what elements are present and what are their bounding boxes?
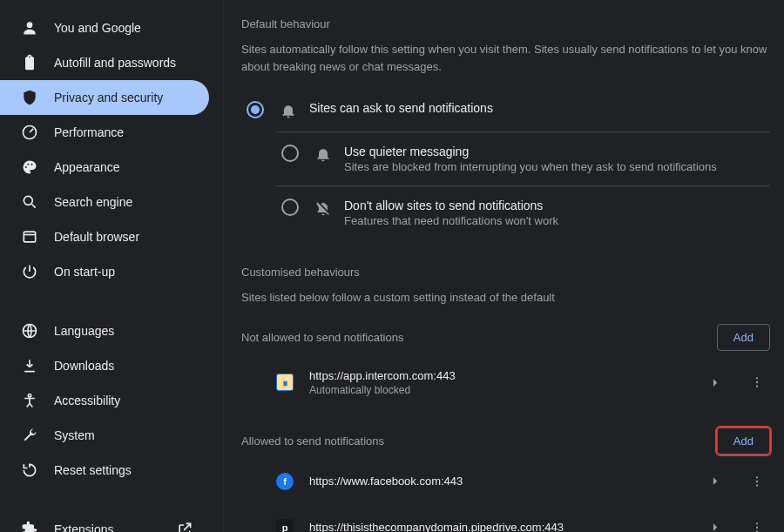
- sidebar-item-label: On start-up: [54, 265, 209, 279]
- svg-point-3: [27, 164, 29, 165]
- bell-icon: [314, 145, 332, 163]
- accessibility-icon: [21, 392, 38, 409]
- sidebar-item-label: System: [54, 428, 209, 442]
- site-url: https://app.intercom.com:443: [309, 369, 707, 382]
- chevron-right-icon[interactable]: [707, 520, 723, 533]
- person-icon: [21, 19, 38, 37]
- option-sublabel: Sites are blocked from interrupting you …: [344, 160, 770, 173]
- option-label: Don't allow sites to send notifications: [344, 199, 770, 212]
- svg-point-13: [756, 386, 758, 387]
- sidebar-item-you[interactable]: You and Google: [0, 10, 209, 45]
- option-label: Use quieter messaging: [344, 145, 770, 158]
- open-external-icon: [176, 521, 193, 532]
- nav-group-3: Extensions About Chrome: [0, 508, 223, 532]
- default-behaviour-desc: Sites automatically follow this setting …: [241, 41, 770, 75]
- customised-title: Customised behaviours: [241, 266, 770, 279]
- radio-icon[interactable]: [281, 199, 299, 216]
- allowed-site-row[interactable]: p https://thisisthecompanydomain.pipedri…: [241, 508, 770, 533]
- allowed-site-row[interactable]: f https://www.facebook.com:443: [241, 461, 770, 501]
- site-url: https://thisisthecompanydomain.pipedrive…: [309, 521, 707, 532]
- option-block[interactable]: Don't allow sites to send notifications …: [276, 185, 770, 239]
- search-icon: [21, 193, 38, 211]
- settings-main: Default behaviour Sites automatically fo…: [224, 0, 784, 532]
- sidebar-item-privacy[interactable]: Privacy and security: [0, 80, 209, 115]
- sidebar-item-performance[interactable]: Performance: [0, 115, 209, 150]
- svg-point-4: [31, 164, 33, 165]
- customised-desc: Sites listed below follow a custom setti…: [241, 289, 770, 306]
- site-favicon-icon: ∎: [276, 374, 294, 391]
- power-icon: [21, 263, 38, 280]
- sidebar-item-label: Downloads: [54, 359, 209, 373]
- sidebar-item-accessibility[interactable]: Accessibility: [0, 383, 209, 418]
- add-allowed-button[interactable]: Add: [717, 428, 770, 455]
- not-allowed-header: Not allowed to send notifications Add: [241, 324, 770, 351]
- add-blocked-button[interactable]: Add: [717, 324, 770, 351]
- site-status: Automatically blocked: [309, 384, 707, 396]
- sidebar-item-label: Accessibility: [54, 394, 209, 407]
- sidebar-item-search[interactable]: Search engine: [0, 185, 209, 219]
- svg-point-14: [756, 476, 758, 478]
- sidebar-item-extensions[interactable]: Extensions: [0, 512, 209, 532]
- settings-sidebar: You and Google Autofill and passwords Pr…: [0, 0, 224, 532]
- reset-icon: [21, 461, 38, 479]
- more-options-icon[interactable]: [749, 474, 765, 489]
- sidebar-item-label: Search engine: [54, 195, 209, 209]
- svg-point-12: [756, 381, 758, 383]
- palette-icon: [21, 158, 38, 176]
- sidebar-item-defaultbrowser[interactable]: Default browser: [0, 219, 209, 254]
- globe-icon: [21, 322, 38, 340]
- nav-group-2: Languages Downloads Accessibility System…: [0, 310, 223, 491]
- option-ask[interactable]: Sites can ask to send notifications: [241, 89, 770, 131]
- svg-point-16: [756, 484, 758, 486]
- blocked-site-row[interactable]: ∎ https://app.intercom.com:443 Automatic…: [241, 358, 770, 407]
- speedometer-icon: [21, 124, 38, 141]
- extension-icon: [21, 521, 38, 532]
- clipboard-icon: [21, 54, 38, 71]
- sidebar-item-label: Extensions: [54, 522, 167, 532]
- radio-icon[interactable]: [247, 101, 264, 118]
- sidebar-item-autofill[interactable]: Autofill and passwords: [0, 45, 209, 80]
- sidebar-item-languages[interactable]: Languages: [0, 313, 209, 348]
- sidebar-item-appearance[interactable]: Appearance: [0, 150, 209, 185]
- download-icon: [21, 357, 38, 374]
- svg-point-11: [756, 377, 758, 379]
- option-label: Sites can ask to send notifications: [309, 101, 770, 115]
- site-favicon-icon: f: [276, 473, 294, 490]
- wrench-icon: [21, 427, 38, 444]
- sidebar-item-system[interactable]: System: [0, 418, 209, 453]
- svg-rect-6: [24, 232, 35, 242]
- chevron-right-icon[interactable]: [707, 474, 723, 489]
- nav-group-1: You and Google Autofill and passwords Pr…: [0, 7, 223, 293]
- svg-point-0: [27, 22, 33, 28]
- sidebar-item-downloads[interactable]: Downloads: [0, 348, 209, 383]
- option-quieter[interactable]: Use quieter messaging Sites are blocked …: [276, 131, 770, 185]
- sidebar-item-label: Performance: [54, 125, 209, 139]
- default-behaviour-title: Default behaviour: [241, 17, 770, 30]
- sidebar-item-label: Reset settings: [54, 463, 209, 477]
- svg-point-8: [28, 394, 30, 397]
- svg-point-15: [756, 480, 758, 481]
- svg-point-5: [24, 196, 32, 205]
- chevron-right-icon[interactable]: [707, 374, 723, 390]
- bell-icon: [280, 102, 297, 119]
- option-sublabel: Features that need notifications won't w…: [344, 214, 770, 227]
- more-options-icon[interactable]: [749, 520, 765, 533]
- sidebar-item-label: Default browser: [54, 230, 209, 244]
- svg-point-18: [756, 526, 758, 528]
- svg-point-2: [25, 166, 27, 168]
- sidebar-item-label: Languages: [54, 324, 209, 338]
- sidebar-item-label: You and Google: [54, 21, 209, 35]
- radio-icon[interactable]: [281, 145, 299, 162]
- sidebar-item-label: Privacy and security: [54, 91, 209, 104]
- browser-icon: [21, 228, 38, 246]
- site-favicon-icon: p: [276, 519, 294, 533]
- notification-mode-radiogroup: Sites can ask to send notifications Use …: [241, 89, 770, 239]
- sidebar-item-onstartup[interactable]: On start-up: [0, 254, 209, 289]
- allowed-header: Allowed to send notifications Add: [241, 428, 770, 455]
- shield-icon: [21, 89, 38, 106]
- more-options-icon[interactable]: [749, 374, 765, 390]
- sidebar-item-reset[interactable]: Reset settings: [0, 453, 209, 488]
- sidebar-item-label: Autofill and passwords: [54, 56, 209, 70]
- bell-off-icon: [314, 199, 332, 217]
- svg-point-17: [756, 522, 758, 524]
